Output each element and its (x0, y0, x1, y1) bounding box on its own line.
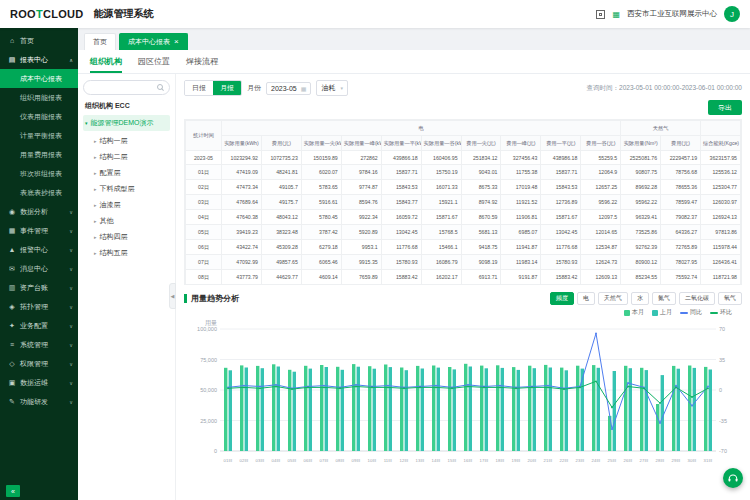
tree-root[interactable]: 组织机构 ECC (83, 97, 170, 113)
tab-cost-center-report[interactable]: 成本中心报表× (119, 33, 188, 50)
chevron-down-icon: ▾ (340, 85, 343, 91)
sidebar-subitem-4[interactable]: 用量费用报表 (0, 145, 78, 164)
chevron-down-icon: ∨ (69, 342, 73, 348)
legend-swatch (680, 312, 688, 314)
sidebar-item-permission[interactable]: ◇权限管理∨ (0, 354, 78, 373)
sidebar-item-data-analysis[interactable]: ◉数据分析∨ (0, 202, 78, 221)
fullscreen-icon[interactable] (596, 10, 605, 19)
tree-item-label: 结构二层 (100, 152, 128, 162)
tab-label: 成本中心报表 (128, 37, 170, 47)
chart-legend: 本月上月同比环比 (624, 308, 732, 317)
unit-value: 油耗 (321, 83, 335, 93)
unit-select[interactable]: 油耗 ▾ (316, 80, 348, 96)
table-cell: 75592.74 (661, 270, 701, 285)
table-cell: 78027.95 (661, 255, 701, 270)
sidebar-item-message-center[interactable]: ✉消息中心∨ (0, 259, 78, 278)
sidebar-item-alarm-center[interactable]: ▲报警中心∨ (0, 240, 78, 259)
sidebar-subitem-1[interactable]: 组织用能报表 (0, 88, 78, 107)
tree-item-selected[interactable]: ▾ 能源管理DEMO演示 (83, 115, 170, 131)
chevron-up-icon: ∧ (69, 57, 73, 63)
sidebar-subitem-5[interactable]: 班次班组报表 (0, 164, 78, 183)
tree-item-0[interactable]: ▸结构一层 (83, 133, 170, 149)
svg-text:11日: 11日 (384, 458, 393, 463)
sidebar-item-event-management[interactable]: ▦事件管理∨ (0, 221, 78, 240)
tree-collapse-handle[interactable]: ◀ (169, 283, 176, 309)
org-name[interactable]: 西安市工业互联网展示中心 (627, 9, 717, 19)
period-segmented: 日报月报 (184, 80, 242, 96)
table-cell: 16202.17 (421, 270, 461, 285)
sidebar-item-report-center[interactable]: ▤报表中心∧ (0, 50, 78, 69)
energy-pill-0[interactable]: 频度 (550, 292, 574, 305)
tree-item-label: 能源管理DEMO演示 (91, 118, 154, 128)
sidebar-subitem-3[interactable]: 计量平衡报表 (0, 126, 78, 145)
help-float-button[interactable] (723, 468, 743, 488)
tree-item-5[interactable]: ▸其他 (83, 213, 170, 229)
trend-chart: 025,00050,00075,000100,000-70-3503570用量0… (184, 317, 742, 467)
legend-item-2[interactable]: 同比 (680, 308, 702, 317)
tree-item-label: 下料成型层 (100, 184, 135, 194)
tree-item-6[interactable]: ▸结构四层 (83, 229, 170, 245)
legend-item-1[interactable]: 上月 (652, 308, 672, 317)
tab-home[interactable]: 首页 (84, 33, 116, 50)
energy-pill-1[interactable]: 电 (577, 292, 595, 305)
subtab-1[interactable]: 园区位置 (138, 50, 170, 73)
table-cell: 39419.23 (222, 225, 262, 240)
sidebar-subitem-2[interactable]: 仪表用能报表 (0, 107, 78, 126)
month-picker[interactable]: 2023-05 ▦ (266, 82, 311, 95)
sidebar-item-data-ops[interactable]: ▣数据运维∨ (0, 373, 78, 392)
sidebar-item-business-config[interactable]: ✦业务配置∨ (0, 316, 78, 335)
svg-text:27日: 27日 (640, 458, 649, 463)
energy-pill-4[interactable]: 氮气 (652, 292, 676, 305)
sidebar-item-system-management[interactable]: ≡系统管理∨ (0, 335, 78, 354)
svg-text:22日: 22日 (560, 458, 569, 463)
report-center-icon: ▤ (7, 56, 17, 64)
app-title: 能源管理系统 (94, 7, 154, 21)
tree-item-1[interactable]: ▸结构二层 (83, 149, 170, 165)
table-cell: 47419.09 (222, 165, 262, 180)
table-cell: 49175.7 (261, 195, 301, 210)
sidebar-collapse-button[interactable]: « (6, 485, 20, 497)
sidebar-item-dev[interactable]: ✎功能研发∨ (0, 392, 78, 411)
table-cell: 11755.38 (501, 165, 541, 180)
period-tab-0[interactable]: 日报 (185, 81, 213, 95)
svg-text:0: 0 (719, 387, 722, 393)
energy-pill-3[interactable]: 水 (631, 292, 649, 305)
tree-item-4[interactable]: ▸油漆层 (83, 197, 170, 213)
energy-pill-5[interactable]: 二氧化碳 (679, 292, 715, 305)
tree-search[interactable] (83, 80, 170, 95)
col-header-4: 实际用量—平(kWh) (381, 136, 421, 151)
tree-item-2[interactable]: ▸配置层 (83, 165, 170, 181)
subtab-2[interactable]: 焊接流程 (186, 50, 218, 73)
controls-row: 日报月报 月份 2023-05 ▦ 油耗 ▾ 查询时间：2023-05-01 0… (184, 80, 742, 96)
legend-item-0[interactable]: 本月 (624, 308, 644, 317)
table-cell: 44629.77 (261, 270, 301, 285)
tree-search-input[interactable] (89, 84, 154, 91)
table-cell: 9922.34 (341, 210, 381, 225)
period-tab-1[interactable]: 月报 (213, 81, 241, 95)
tree-item-7[interactable]: ▸结构五层 (83, 245, 170, 261)
close-tab-icon[interactable]: × (174, 38, 179, 46)
table-cell: 6065.46 (301, 255, 341, 270)
table-cell: 38323.48 (261, 225, 301, 240)
sidebar-item-home[interactable]: ⌂首页 (0, 31, 78, 50)
chevron-down-icon: ∨ (69, 209, 73, 215)
energy-pill-6[interactable]: 氧气 (718, 292, 742, 305)
energy-pill-2[interactable]: 天然气 (598, 292, 628, 305)
tree-item-3[interactable]: ▸下料成型层 (83, 181, 170, 197)
export-button[interactable]: 导出 (708, 100, 742, 115)
system-management-icon: ≡ (7, 341, 17, 348)
sidebar-subitem-6[interactable]: 表底表抄报表 (0, 183, 78, 202)
subtab-0[interactable]: 组织机构 (90, 50, 122, 73)
table-cell: 47689.64 (222, 195, 262, 210)
legend-item-3[interactable]: 环比 (710, 308, 732, 317)
sidebar-item-label: 事件管理 (20, 226, 48, 236)
sidebar-item-topology[interactable]: ◈拓扑管理∨ (0, 297, 78, 316)
table-cell: 47092.99 (222, 255, 262, 270)
table-cell: 160406.95 (421, 151, 461, 165)
sidebar-subitem-0[interactable]: 成本中心报表 (0, 69, 78, 88)
table-cell: 16086.79 (421, 255, 461, 270)
sidebar-item-label: 资产台账 (20, 283, 48, 293)
avatar[interactable]: J (724, 6, 740, 22)
sidebar-item-asset-ledger[interactable]: ▥资产台账∨ (0, 278, 78, 297)
table-row: 03日47689.6449175.75916.618594.7615843.77… (186, 195, 741, 210)
